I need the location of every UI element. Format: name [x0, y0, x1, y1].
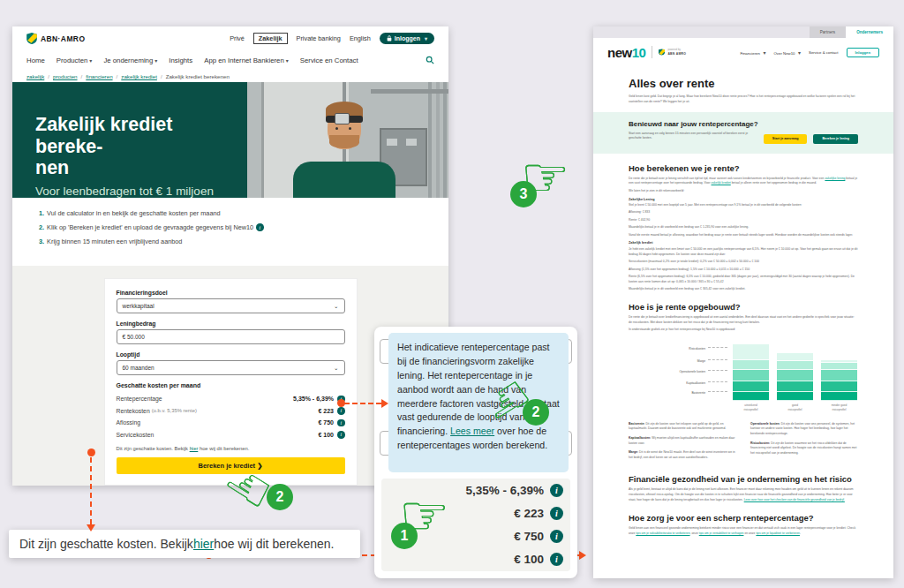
stacked-bar: goedrisicoprofiel [777, 336, 813, 414]
dashed-arrow-to-callout [90, 457, 92, 524]
paragraph: In onderstaande grafiek zie je hoe het r… [629, 328, 858, 333]
bar-segment-kapitaalkosten [733, 381, 769, 392]
step-text: Krijg binnen 15 minuten een vrijblijvend… [47, 237, 182, 245]
paragraph: Je hebt een zakelijk krediet met een lim… [629, 247, 858, 258]
select-financieringsdoel[interactable]: werkkapitaal⌄ [117, 298, 345, 313]
tab-partners[interactable]: Partners [810, 26, 846, 38]
definition: Risicokosten: Dit zijn de kosten waarmee… [750, 441, 858, 456]
field-value: 60 maanden [123, 365, 154, 371]
abn-shield-icon [659, 49, 665, 56]
search-icon[interactable] [426, 56, 434, 66]
info-icon[interactable]: i [256, 223, 264, 231]
text-link[interactable]: tips om je rentabiliteit te verhogen [699, 531, 744, 535]
definition-text: Dit is de winst die New10 maakt. Een dee… [629, 450, 735, 459]
new10-nav-item[interactable]: Financieren ▾ [740, 49, 765, 56]
inloggen-button[interactable]: Inloggen▾ [380, 33, 434, 44]
text: . [800, 531, 801, 535]
input-leningbedrag[interactable]: € 50.000 [117, 329, 345, 344]
info-icon[interactable]: i [337, 419, 345, 427]
paragraph: De rente die je betaalt over kredietfina… [629, 315, 858, 326]
banner-button[interactable]: Start je aanvraag [764, 134, 808, 144]
definition: Marge: Dit is de winst die New10 maakt. … [629, 450, 736, 460]
main-nav-item[interactable]: Je onderneming▾ [103, 57, 157, 64]
paragraph: Maandelijks betaal je in dit voorbeeld e… [629, 287, 858, 292]
tab-ondernemers[interactable]: Ondernemers [846, 26, 893, 38]
article-intro: Geld lenen kost geld. Dat begrijp je al … [629, 94, 858, 105]
banner-button[interactable]: Bereken je lening [813, 134, 858, 144]
abn-amro-logo[interactable]: ABN·AMRO [26, 33, 85, 44]
text-link[interactable]: tips om je solvabiliteitsratio te verbet… [636, 531, 689, 535]
cost-label: Aflossing [117, 419, 141, 426]
new10-logo[interactable]: new10 [607, 45, 645, 60]
breadcrumb-item[interactable]: zakelijk krediet [121, 73, 157, 79]
utility-nav-item[interactable]: Privé [230, 34, 245, 42]
lock-icon [387, 35, 392, 41]
legend-item: Risicokosten [629, 347, 727, 351]
info-icon[interactable]: i [550, 507, 563, 520]
paragraph: Rente: € 402,90 [629, 218, 858, 223]
field-label: Looptijd [117, 351, 345, 358]
definition: Kapitaalkosten: Wij moeten altijd een ka… [629, 436, 736, 446]
paragraph: Geld lenen aan een financieel gezonde on… [629, 526, 858, 537]
arrowhead-right [579, 551, 586, 560]
legend-item: Basisrente [629, 391, 727, 395]
lees-meer-link[interactable]: Lees meer [450, 426, 494, 436]
text-link[interactable]: tips om je liquiditeit te verbeteren [756, 531, 800, 535]
utility-nav-item[interactable]: Private banking [297, 34, 341, 42]
person-torso [293, 162, 396, 197]
info-icon[interactable]: i [550, 530, 563, 543]
bar-segment-marge [777, 361, 813, 370]
new10-nav-item[interactable]: Service & contact [809, 50, 838, 55]
paragraph: Servicekosten (maximaal 0,2% over je tot… [629, 260, 858, 265]
text: Stel je leent € 50.000 met een looptijd … [629, 203, 802, 207]
info-icon[interactable]: i [337, 431, 345, 439]
bar-segment-marge [821, 363, 857, 370]
info-icon[interactable]: i [550, 484, 563, 497]
breadcrumb-item: Zakelijk krediet berekenen [166, 73, 230, 79]
text-link[interactable]: zakelijke lening [825, 177, 845, 180]
costs-note: Dit zijn geschatte kosten. Bekijk hier h… [117, 446, 345, 451]
audience-tabs: PartnersOndernemers [593, 26, 893, 38]
paragraph: We laten het je zien in dit rekenvoorbee… [629, 189, 858, 194]
utility-nav-item[interactable]: English [350, 34, 371, 42]
cost-label: Rentekosten [117, 408, 150, 414]
text: , onze [690, 531, 699, 535]
cost-row: Aflossing€ 750i [117, 417, 345, 429]
step-item: 1.Vul de calculator in en bekijk de gesc… [39, 209, 448, 217]
text-link[interactable]: Lees over hoe voor het checken van de fi… [744, 498, 845, 501]
cost-row: Servicekosten€ 100i [117, 429, 345, 441]
new10-inloggen-button[interactable]: Inloggen [847, 48, 879, 57]
main-nav-item[interactable]: Producten▾ [56, 57, 93, 64]
section-heading: Hoe is je rente opgebouwd? [629, 302, 858, 312]
new10-nav-item[interactable]: Over New10 ▾ [774, 49, 802, 56]
text-link[interactable]: zakelijk krediet [712, 181, 731, 185]
utility-nav-item[interactable]: Zakelijk [253, 33, 288, 44]
main-nav-item[interactable]: Insights [169, 57, 192, 64]
main-nav-item[interactable]: App en Internet Bankieren▾ [204, 57, 289, 64]
main-nav-item[interactable]: Service en Contact [300, 57, 358, 64]
bar-segment-operationele-kosten [777, 370, 813, 381]
info-icon[interactable]: i [550, 553, 563, 566]
breadcrumb-item[interactable]: zakelijk [26, 73, 44, 79]
bar-segment-basisrente [733, 392, 769, 401]
definition-term: Operationele kosten: [750, 422, 780, 426]
field-value: € 50.000 [123, 334, 145, 340]
text: We laten het je zien in dit rekenvoorbee… [629, 189, 684, 192]
breadcrumb-item[interactable]: financieren [86, 73, 112, 79]
breadcrumb-item[interactable]: producten [53, 73, 78, 79]
hier-link-large[interactable]: hier [193, 537, 214, 551]
bar-segment-kapitaalkosten [821, 381, 857, 392]
bar-segment-basisrente [821, 392, 857, 401]
hero-banner: Zakelijk krediet bereke-nen Voor leenbed… [12, 82, 448, 197]
info-icon[interactable]: i [337, 407, 345, 415]
select-looptijd[interactable]: 60 maanden⌄ [117, 360, 345, 375]
section-heading: Financiële gezondheid van je onderneming… [629, 474, 858, 484]
main-nav-item[interactable]: Home [26, 57, 45, 64]
paragraph: Als je geld leent, bestaat er altijd de … [629, 487, 858, 502]
chevron-down-icon: ▾ [286, 58, 289, 64]
rente-opbouw-chart: uitstekendrisicoprofielgoedrisicoprofiel… [629, 336, 858, 418]
definition: Basisrente: Dit zijn de kosten voor het … [629, 422, 736, 432]
text: De rente die je betaalt over je lening v… [629, 177, 825, 180]
hier-link[interactable]: hier [190, 446, 199, 451]
field-label: Leningbedrag [117, 320, 345, 327]
